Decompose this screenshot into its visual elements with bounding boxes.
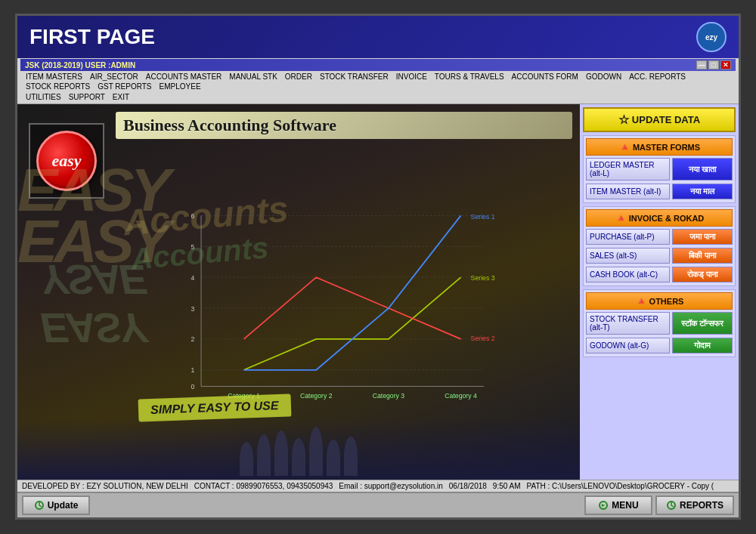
ledger-master-button[interactable]: LEDGER MASTER (alt-L) bbox=[586, 158, 670, 181]
person-silhouette bbox=[292, 438, 305, 476]
svg-text:1: 1 bbox=[191, 366, 195, 374]
time-display: 9:50 AM bbox=[493, 482, 521, 490]
invoice-section: 🔺 INVOICE & ROKAD PURCHASE (alt-P) जमा प… bbox=[583, 206, 736, 286]
menu-row-1: ITEM MASTERS AIR_SECTOR ACCOUNTS MASTER … bbox=[20, 71, 736, 92]
menu-item-tours[interactable]: TOURS & TRAVELS bbox=[431, 72, 508, 82]
person-silhouette bbox=[257, 434, 271, 476]
svg-text:Category 3: Category 3 bbox=[373, 392, 405, 400]
main-content: easy Business Accounting Software EASYEA… bbox=[17, 104, 739, 480]
path-display: PATH : C:\Users\LENOVO\Desktop\GROCERY -… bbox=[527, 482, 714, 490]
svg-text:2: 2 bbox=[191, 335, 195, 343]
stock-transfer-button[interactable]: STOCK TRANSFER (alt-T) bbox=[586, 312, 670, 335]
menu-button[interactable]: MENU bbox=[584, 495, 652, 515]
purchase-row: PURCHASE (alt-P) जमा पाना bbox=[586, 229, 733, 245]
page-title: FIRST PAGE bbox=[29, 25, 155, 49]
date-display: 06/18/2018 bbox=[449, 482, 487, 490]
cashbook-hindi-button[interactable]: रोकड् पाना bbox=[672, 267, 733, 282]
item-master-hindi-button[interactable]: नया माल bbox=[672, 184, 733, 199]
menu-item-acc-reports[interactable]: ACC. REPORTS bbox=[625, 72, 689, 82]
menu-item-stock-reports[interactable]: STOCK REPORTS bbox=[22, 82, 94, 91]
menu-item-exit[interactable]: EXIT bbox=[109, 92, 133, 102]
chart-area: 6 5 4 3 2 1 0 Category 1 Category 2 Cate… bbox=[93, 202, 572, 419]
item-master-button[interactable]: ITEM MASTER (alt-I) bbox=[586, 184, 670, 199]
purchase-button[interactable]: PURCHASE (alt-P) bbox=[586, 229, 670, 245]
close-button[interactable]: ✕ bbox=[720, 60, 731, 69]
menu-item-accounts-form[interactable]: ACCOUNTS FORM bbox=[508, 72, 582, 82]
cashbook-row: CASH BOOK (alt-C) रोकड् पाना bbox=[586, 267, 733, 282]
svg-text:4: 4 bbox=[191, 274, 195, 282]
person-silhouette bbox=[309, 427, 323, 476]
sales-hindi-button[interactable]: बिकी पाना bbox=[672, 248, 733, 264]
menu-item-air-sector[interactable]: AIR_SECTOR bbox=[86, 72, 142, 82]
purchase-hindi-button[interactable]: जमा पाना bbox=[672, 229, 733, 245]
menu-item-gst-reports[interactable]: GST REPORTS bbox=[94, 82, 155, 91]
menu-item-employee[interactable]: EMPLOYEE bbox=[156, 82, 205, 91]
app-menu-container: JSK (2018-2019) USER :ADMIN — □ ✕ ITEM M… bbox=[17, 58, 739, 104]
title-bar: FIRST PAGE ezy bbox=[17, 16, 739, 58]
reports-icon bbox=[666, 500, 677, 511]
right-panel: ☆ UPDATE DATA 🔺 MASTER FORMS LEDGER MAST… bbox=[580, 104, 739, 480]
master-forms-section: 🔺 MASTER FORMS LEDGER MASTER (alt-L) नया… bbox=[583, 135, 736, 203]
contact-info: CONTACT : 09899076553, 09435050943 bbox=[194, 482, 333, 490]
sales-row: SALES (alt-S) बिकी पाना bbox=[586, 248, 733, 264]
bottom-toolbar: Update MENU REPORTS bbox=[17, 492, 739, 517]
svg-text:6: 6 bbox=[191, 212, 195, 220]
developed-by: DEVELOPED BY : EZY SOLUTION, NEW DELHI bbox=[22, 482, 188, 490]
menu-item-manual-stk[interactable]: MANUAL STK bbox=[225, 72, 281, 82]
ledger-master-hindi-button[interactable]: नया खाता bbox=[672, 158, 733, 181]
others-section: 🔺 OTHERS STOCK TRANSFER (alt-T) स्टॉक टॉ… bbox=[583, 289, 736, 357]
person-silhouette bbox=[240, 442, 253, 476]
svg-text:0: 0 bbox=[191, 383, 195, 390]
godown-button[interactable]: GODOWN (alt-G) bbox=[586, 338, 670, 353]
menu-item-accounts-master[interactable]: ACCOUNTS MASTER bbox=[142, 72, 226, 82]
app-logo: ezy bbox=[696, 22, 727, 52]
invoice-header: 🔺 INVOICE & ROKAD bbox=[586, 209, 733, 227]
svg-text:Category 2: Category 2 bbox=[300, 392, 333, 400]
person-silhouette bbox=[274, 431, 288, 476]
master-forms-header: 🔺 MASTER FORMS bbox=[586, 138, 733, 156]
main-window: FIRST PAGE ezy JSK (2018-2019) USER :ADM… bbox=[15, 14, 741, 520]
svg-text:Category 4: Category 4 bbox=[445, 392, 477, 400]
svg-text:Series 2: Series 2 bbox=[471, 335, 495, 342]
svg-text:Series 1: Series 1 bbox=[471, 213, 495, 221]
menu-row-2: UTILITIES SUPPORT EXIT bbox=[20, 92, 736, 103]
sales-button[interactable]: SALES (alt-S) bbox=[586, 248, 670, 264]
svg-text:3: 3 bbox=[191, 305, 195, 313]
people-silhouettes bbox=[17, 419, 580, 480]
menu-icon bbox=[598, 500, 609, 511]
chart-svg: 6 5 4 3 2 1 0 Category 1 Category 2 Cate… bbox=[93, 202, 572, 419]
godown-row: GODOWN (alt-G) गोदाम bbox=[586, 338, 733, 353]
window-title: JSK (2018-2019) USER :ADMIN bbox=[25, 61, 135, 69]
item-master-row: ITEM MASTER (alt-I) नया माल bbox=[586, 184, 733, 199]
godown-hindi-button[interactable]: गोदाम bbox=[672, 338, 733, 353]
menu-item-order[interactable]: ORDER bbox=[281, 72, 316, 82]
update-button[interactable]: Update bbox=[22, 495, 90, 515]
email-info: Email : support@ezysolution.in bbox=[339, 482, 442, 490]
menu-item-godown[interactable]: GODOWN bbox=[582, 72, 625, 82]
app-title-bar: JSK (2018-2019) USER :ADMIN — □ ✕ bbox=[20, 59, 736, 71]
ledger-master-row: LEDGER MASTER (alt-L) नया खाता bbox=[586, 158, 733, 181]
left-panel: easy Business Accounting Software EASYEA… bbox=[17, 104, 580, 480]
biz-title: Business Accounting Software bbox=[116, 112, 572, 139]
reports-button[interactable]: REPORTS bbox=[655, 495, 734, 515]
window-controls: — □ ✕ bbox=[696, 60, 731, 69]
svg-text:Series 3: Series 3 bbox=[471, 274, 495, 282]
menu-item-utilities[interactable]: UTILITIES bbox=[22, 92, 65, 102]
menu-item-stock-transfer[interactable]: STOCK TRANSFER bbox=[316, 72, 392, 82]
menu-item-masters[interactable]: ITEM MASTERS bbox=[22, 72, 86, 82]
person-silhouette bbox=[327, 440, 340, 476]
stock-transfer-row: STOCK TRANSFER (alt-T) स्टॉक टॉन्सफर bbox=[586, 312, 733, 335]
menu-item-support[interactable]: SUPPORT bbox=[65, 92, 109, 102]
minimize-button[interactable]: — bbox=[696, 60, 707, 69]
status-bar: DEVELOPED BY : EZY SOLUTION, NEW DELHI C… bbox=[17, 480, 739, 492]
cashbook-button[interactable]: CASH BOOK (alt-C) bbox=[586, 267, 670, 282]
menu-item-invoice[interactable]: INVOICE bbox=[392, 72, 431, 82]
svg-text:5: 5 bbox=[191, 243, 195, 251]
maximize-button[interactable]: □ bbox=[708, 60, 719, 69]
update-data-button[interactable]: ☆ UPDATE DATA bbox=[583, 107, 736, 132]
person-silhouette bbox=[344, 437, 358, 476]
stock-transfer-hindi-button[interactable]: स्टॉक टॉन्सफर bbox=[672, 312, 733, 335]
others-header: 🔺 OTHERS bbox=[586, 292, 733, 310]
update-icon bbox=[34, 500, 45, 511]
